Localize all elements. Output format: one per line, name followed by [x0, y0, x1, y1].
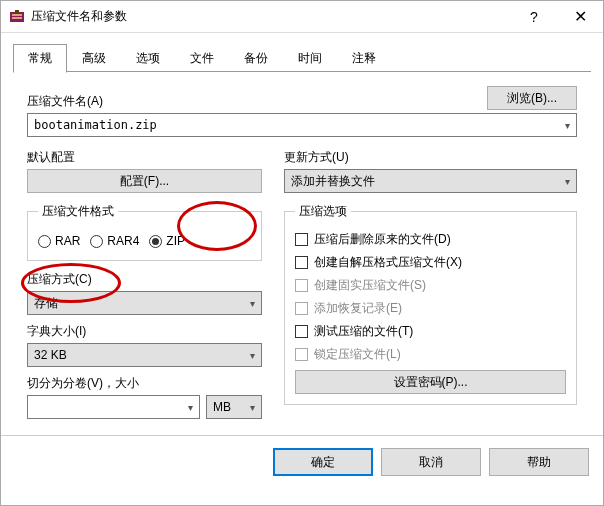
update-mode-label: 更新方式(U) — [284, 149, 577, 166]
check-lock: 锁定压缩文件(L) — [295, 343, 566, 366]
svg-rect-2 — [12, 17, 22, 19]
chevron-down-icon: ▾ — [243, 402, 261, 413]
check-solid: 创建固实压缩文件(S) — [295, 274, 566, 297]
radio-zip[interactable]: ZIP — [149, 234, 185, 248]
check-test[interactable]: 测试压缩的文件(T) — [295, 320, 566, 343]
tab-time[interactable]: 时间 — [283, 44, 337, 73]
password-button[interactable]: 设置密码(P)... — [295, 370, 566, 394]
format-label: 压缩文件格式 — [38, 203, 118, 220]
close-button[interactable]: ✕ — [557, 2, 603, 32]
chevron-down-icon: ▾ — [243, 298, 261, 309]
svg-rect-1 — [12, 14, 22, 16]
dict-value: 32 KB — [28, 348, 243, 362]
tab-files[interactable]: 文件 — [175, 44, 229, 73]
dialog-footer: 确定 取消 帮助 — [1, 435, 603, 488]
dict-combo[interactable]: 32 KB ▾ — [27, 343, 262, 367]
radio-rar[interactable]: RAR — [38, 234, 80, 248]
split-size-combo[interactable]: ▾ — [27, 395, 200, 419]
default-profile-label: 默认配置 — [27, 149, 262, 166]
check-delete-after[interactable]: 压缩后删除原来的文件(D) — [295, 228, 566, 251]
window-title: 压缩文件名和参数 — [31, 8, 511, 25]
method-value: 存储 — [28, 295, 243, 312]
update-mode-combo[interactable]: 添加并替换文件 ▾ — [284, 169, 577, 193]
split-unit-combo[interactable]: MB ▾ — [206, 395, 262, 419]
radio-rar4[interactable]: RAR4 — [90, 234, 139, 248]
chevron-down-icon: ▾ — [243, 350, 261, 361]
tab-advanced[interactable]: 高级 — [67, 44, 121, 73]
chevron-down-icon: ▾ — [558, 120, 576, 131]
app-icon — [9, 9, 25, 25]
chevron-down-icon: ▾ — [181, 402, 199, 413]
check-sfx[interactable]: 创建自解压格式压缩文件(X) — [295, 251, 566, 274]
tab-backup[interactable]: 备份 — [229, 44, 283, 73]
dialog-window: 压缩文件名和参数 ? ✕ 常规 高级 选项 文件 备份 时间 注释 压缩文件名(… — [0, 0, 604, 506]
filename-value: bootanimation.zip — [28, 118, 558, 132]
ok-button[interactable]: 确定 — [273, 448, 373, 476]
check-recovery: 添加恢复记录(E) — [295, 297, 566, 320]
format-fieldset: 压缩文件格式 RAR RAR4 ZIP — [27, 203, 262, 261]
method-combo[interactable]: 存储 ▾ — [27, 291, 262, 315]
profiles-button[interactable]: 配置(F)... — [27, 169, 262, 193]
options-label: 压缩选项 — [295, 203, 351, 220]
filename-combo[interactable]: bootanimation.zip ▾ — [27, 113, 577, 137]
tab-comment[interactable]: 注释 — [337, 44, 391, 73]
browse-button[interactable]: 浏览(B)... — [487, 86, 577, 110]
help-button[interactable]: ? — [511, 2, 557, 32]
tab-content: 压缩文件名(A) 浏览(B)... bootanimation.zip ▾ 默认… — [1, 72, 603, 429]
svg-rect-3 — [15, 10, 19, 13]
help-button-footer[interactable]: 帮助 — [489, 448, 589, 476]
dict-label: 字典大小(I) — [27, 323, 262, 340]
split-label: 切分为分卷(V)，大小 — [27, 375, 262, 392]
chevron-down-icon: ▾ — [558, 176, 576, 187]
method-label: 压缩方式(C) — [27, 271, 262, 288]
tab-bar: 常规 高级 选项 文件 备份 时间 注释 — [1, 33, 603, 72]
titlebar: 压缩文件名和参数 ? ✕ — [1, 1, 603, 33]
tab-options[interactable]: 选项 — [121, 44, 175, 73]
split-unit-value: MB — [207, 400, 243, 414]
tab-general[interactable]: 常规 — [13, 44, 67, 73]
update-mode-value: 添加并替换文件 — [285, 173, 558, 190]
options-fieldset: 压缩选项 压缩后删除原来的文件(D) 创建自解压格式压缩文件(X) 创建固实压缩… — [284, 203, 577, 405]
filename-label: 压缩文件名(A) — [27, 93, 103, 110]
cancel-button[interactable]: 取消 — [381, 448, 481, 476]
